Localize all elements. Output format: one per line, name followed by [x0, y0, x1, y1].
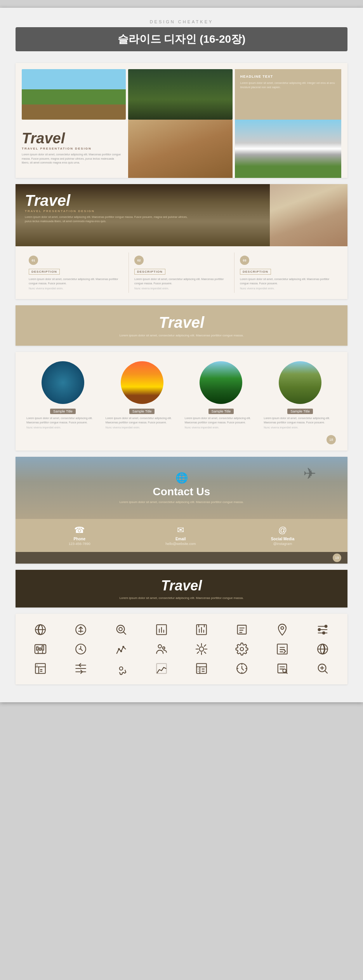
svg-point-33	[283, 669, 287, 673]
contact-desc: Lorem ipsum dolor sit amet, consectetur …	[120, 500, 244, 504]
contact-label-1: Email	[165, 537, 196, 541]
desc-label-1: DESCRIPTION	[134, 269, 165, 275]
desc-more-2: Nunc viverra imperdiet enim.	[240, 287, 334, 290]
svg-point-4	[119, 628, 122, 631]
svg-rect-14	[39, 648, 41, 651]
desc-more-0: Nunc viverra imperdiet enim.	[29, 287, 123, 290]
svg-rect-15	[42, 646, 43, 650]
icon-item-13	[225, 642, 259, 656]
slide5-hero: ✈ 🌐 Contact Us Lorem ipsum dolor sit ame…	[16, 457, 347, 519]
circle-more-2: Nunc viverra imperdiet enim.	[185, 426, 258, 429]
svg-rect-24	[277, 644, 287, 654]
slide6-desc: Lorem ipsum dolor sit amet, consectetur …	[27, 596, 336, 600]
icon-item-21	[225, 662, 259, 675]
slide-5: ✈ 🌐 Contact Us Lorem ipsum dolor sit ame…	[16, 457, 347, 564]
circle-more-1: Nunc viverra imperdiet enim.	[106, 426, 179, 429]
contact-icon-2: @	[271, 525, 295, 535]
icon-item-8	[23, 642, 57, 656]
slide1-travel-title: Travel	[22, 130, 122, 147]
headline-label: HEADLINE TEXT	[240, 75, 336, 78]
slide4-badge-area: 18	[23, 435, 340, 444]
slide5-content: 🌐 Contact Us Lorem ipsum dolor sit amet,…	[112, 464, 252, 512]
contact-value-1: hello@website.com	[165, 542, 196, 546]
slide5-footer: 19	[16, 552, 347, 564]
circle-text-1: Lorem ipsum dolor sit amet, consectetur …	[106, 416, 179, 425]
svg-point-23	[240, 648, 244, 651]
icon-item-3	[144, 623, 179, 636]
main-title: 슬라이드 디자인 (16-20장)	[16, 27, 347, 51]
slide-3: Travel Lorem ipsum dolor sit amet, conse…	[16, 305, 347, 346]
icon-item-1	[64, 623, 98, 636]
desc-text-0: Lorem ipsum dolor sit amet, consectetur …	[29, 277, 123, 285]
circle-title-0: Sample Title	[50, 409, 76, 414]
icon-item-2	[104, 623, 138, 636]
contact-item-1: ✉ Email hello@website.com	[165, 525, 196, 546]
icon-item-5	[225, 623, 259, 636]
desc-num-0: 01	[29, 256, 38, 265]
desc-text-1: Lorem ipsum dolor sit amet, consectetur …	[134, 277, 229, 285]
circle-img-2	[200, 361, 242, 404]
slide1-text: Travel TRAVEL PRESENTATION DESIGN Lorem …	[22, 120, 128, 178]
circle-img-0	[42, 361, 84, 404]
icon-item-7	[306, 623, 340, 636]
svg-point-18	[120, 651, 122, 652]
slide2-photo	[270, 184, 347, 246]
slide1-headline-box: HEADLINE TEXT Lorem ipsum dolor sit amet…	[235, 69, 341, 120]
slide4-badge: 18	[327, 435, 336, 444]
icon-item-17	[64, 662, 98, 675]
contact-title: Contact Us	[120, 486, 244, 498]
headline-text: Lorem ipsum dolor sit amet, consectetur …	[240, 81, 336, 89]
slide1-photo-mountain	[235, 120, 341, 178]
svg-point-10	[318, 629, 321, 631]
slide-4: Sample Title Lorem ipsum dolor sit amet,…	[16, 352, 347, 451]
svg-point-21	[162, 647, 165, 649]
desc-text-2: Lorem ipsum dolor sit amet, consectetur …	[240, 277, 334, 285]
slide1-photo-forest	[128, 69, 234, 120]
desc-label-0: DESCRIPTION	[29, 269, 60, 275]
slide1-travel-sub: TRAVEL PRESENTATION DESIGN	[22, 147, 122, 150]
icon-item-18	[104, 662, 138, 675]
desc-col-1: 02 DESCRIPTION Lorem ipsum dolor sit ame…	[129, 252, 234, 293]
icons-slide	[16, 614, 347, 684]
circle-img-1	[121, 361, 163, 404]
icon-item-11	[144, 642, 179, 656]
svg-point-11	[323, 632, 325, 634]
slide5-badge: 19	[333, 554, 341, 562]
svg-point-28	[119, 667, 123, 670]
icon-item-14	[265, 642, 299, 656]
slide6-title: Travel	[27, 578, 336, 594]
contact-value-2: @instagram	[271, 542, 295, 546]
page-container: DESIGN CHEATKEY 슬라이드 디자인 (16-20장) HEADLI…	[0, 8, 363, 702]
desc-col-0: 01 DESCRIPTION Lorem ipsum dolor sit ame…	[23, 252, 129, 293]
icon-item-4	[185, 623, 219, 636]
icon-item-22	[265, 662, 299, 675]
svg-rect-30	[197, 664, 207, 674]
icon-item-9	[64, 642, 98, 656]
icon-item-12	[185, 642, 219, 656]
desc-num-2: 03	[240, 256, 249, 265]
slide1-travel-desc: Lorem ipsum dolor sit amet, consectetur …	[22, 153, 122, 165]
svg-point-19	[123, 646, 124, 648]
svg-point-22	[200, 647, 204, 651]
airplane-decoration: ✈	[303, 465, 316, 482]
slide2-main: Travel TRAVEL PRESENTATION DESIGN Lorem …	[16, 184, 270, 246]
design-label: DESIGN CHEATKEY	[16, 19, 347, 24]
icon-item-19	[144, 662, 179, 675]
contact-item-0: ☎ Phone 123-456-7890	[69, 525, 90, 546]
desc-more-1: Nunc viverra imperdiet enim.	[134, 287, 229, 290]
icon-item-6	[265, 623, 299, 636]
circle-title-2: Sample Title	[208, 409, 234, 414]
circle-more-3: Nunc viverra imperdiet enim.	[264, 426, 337, 429]
svg-point-20	[158, 645, 162, 648]
svg-rect-13	[36, 647, 38, 651]
circle-text-0: Lorem ipsum dolor sit amet, consectetur …	[26, 416, 99, 425]
circle-text-2: Lorem ipsum dolor sit amet, consectetur …	[185, 416, 258, 425]
icon-item-20	[185, 662, 219, 675]
circle-item-1: Sample Title Lorem ipsum dolor sit amet,…	[102, 361, 182, 429]
desc-num-1: 02	[134, 256, 144, 265]
slide2-travel-sub: TRAVEL PRESENTATION DESIGN	[25, 209, 261, 213]
contact-item-2: @ Social Media @instagram	[271, 525, 295, 546]
circle-title-3: Sample Title	[287, 409, 313, 414]
desc-col-2: 03 DESCRIPTION Lorem ipsum dolor sit ame…	[234, 252, 340, 293]
svg-point-8	[281, 627, 284, 630]
